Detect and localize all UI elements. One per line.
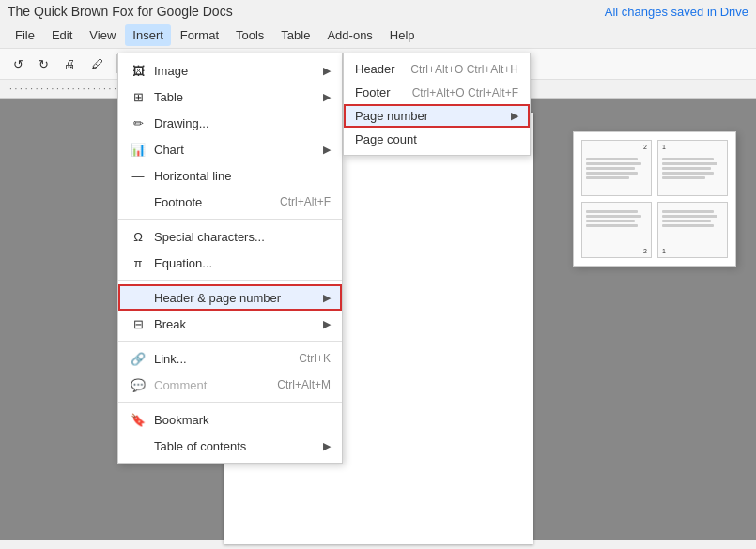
menu-bar: File Edit View Insert Format Tools Table… — [0, 23, 756, 49]
menu-addons[interactable]: Add-ons — [319, 24, 379, 46]
page-num-top-left: 1 — [662, 144, 666, 150]
menu-item-table-of-contents[interactable]: Table of contents ▶ — [118, 433, 342, 459]
footnote-shortcut: Ctrl+Alt+F — [280, 195, 331, 208]
menu-divider-1 — [118, 219, 342, 220]
mini-line-13 — [586, 220, 635, 222]
header-label: Header & page number — [154, 291, 281, 305]
menu-item-special-characters[interactable]: Ω Special characters... — [118, 223, 342, 250]
menu-table[interactable]: Table — [273, 24, 317, 46]
omega-icon: Ω — [130, 228, 147, 245]
page-number-arrow: ▶ — [511, 110, 518, 122]
ruler-marks: · · · · · · · · · · · · · · · · · · · · … — [9, 84, 132, 94]
image-icon: 🖼 — [130, 62, 147, 79]
header-submenu-item-page-number[interactable]: Page number ▶ — [344, 104, 530, 128]
menu-file[interactable]: File — [8, 24, 42, 46]
footer-shortcut: Ctrl+Alt+O Ctrl+Alt+F — [412, 86, 518, 99]
footnote-icon — [130, 193, 147, 210]
header-submenu-item-footer[interactable]: Footer Ctrl+Alt+O Ctrl+Alt+F — [344, 81, 530, 104]
chart-submenu-arrow: ▶ — [323, 144, 331, 156]
chart-label: Chart — [154, 143, 184, 157]
preview-top-left[interactable]: 1 — [657, 140, 728, 196]
menu-item-equation[interactable]: π Equation... — [118, 250, 342, 276]
pi-icon: π — [130, 254, 147, 271]
link-icon: 🔗 — [130, 350, 147, 367]
comment-icon: 💬 — [130, 376, 147, 393]
mini-line-11 — [586, 210, 638, 213]
mini-page-top-right: 2 — [582, 141, 651, 195]
page-num-bottom-right: 2 — [643, 248, 647, 254]
footnote-label: Footnote — [154, 195, 202, 209]
top-bar: The Quick Brown Fox for Google Docs All … — [0, 0, 756, 23]
mini-line-2 — [586, 162, 641, 165]
mini-line-3 — [586, 167, 635, 170]
page-num-top-right: 2 — [643, 144, 647, 150]
page-num-bottom-left: 1 — [662, 248, 666, 254]
break-submenu-arrow: ▶ — [323, 318, 331, 330]
mini-line-18 — [662, 224, 714, 227]
page-number-preview-panel: 2 1 2 — [573, 131, 736, 267]
menu-item-link[interactable]: 🔗 Link... Ctrl+K — [118, 345, 342, 372]
mini-line-12 — [586, 215, 641, 218]
mini-page-bottom-left: 1 — [658, 203, 727, 257]
header-item-label: Header — [355, 62, 403, 76]
chart-icon: 📊 — [130, 141, 147, 158]
mini-line-4 — [586, 172, 638, 175]
preview-bottom-left[interactable]: 1 — [657, 202, 728, 258]
header-shortcut: Ctrl+Alt+O Ctrl+Alt+H — [410, 63, 518, 76]
mini-page-bottom-right: 2 — [582, 203, 651, 257]
break-label: Break — [154, 317, 186, 331]
mini-line-14 — [586, 224, 638, 227]
menu-help[interactable]: Help — [382, 24, 423, 46]
mini-line-17 — [662, 220, 711, 222]
toc-icon — [130, 437, 147, 454]
menu-tools[interactable]: Tools — [228, 24, 271, 46]
mini-line-8 — [662, 167, 711, 170]
menu-divider-2 — [118, 280, 342, 281]
menu-edit[interactable]: Edit — [44, 24, 80, 46]
mini-line-5 — [586, 176, 629, 179]
link-label: Link... — [154, 352, 187, 366]
header-submenu-item-page-count[interactable]: Page count — [344, 128, 530, 151]
preview-bottom-right[interactable]: 2 — [581, 202, 652, 258]
menu-format[interactable]: Format — [173, 24, 226, 46]
undo-button[interactable]: ↺ — [8, 54, 29, 74]
menu-item-chart[interactable]: 📊 Chart ▶ — [118, 136, 342, 162]
mini-line-15 — [662, 210, 714, 213]
menu-item-header-page-number[interactable]: Header & page number ▶ — [118, 284, 342, 311]
redo-button[interactable]: ↻ — [33, 54, 54, 74]
header-icon — [130, 289, 147, 306]
header-submenu-item-header[interactable]: Header Ctrl+Alt+O Ctrl+Alt+H — [344, 57, 530, 81]
image-label: Image — [154, 64, 188, 78]
insert-menu: 🖼 Image ▶ ⊞ Table ▶ ✏ Drawing... 📊 Chart… — [117, 53, 343, 464]
mini-line-16 — [662, 215, 717, 218]
menu-divider-4 — [118, 402, 342, 403]
doc-title: The Quick Brown Fox for Google Docs — [8, 4, 233, 19]
menu-view[interactable]: View — [82, 24, 123, 46]
menu-item-break[interactable]: ⊟ Break ▶ — [118, 311, 342, 337]
mini-line-1 — [586, 158, 638, 160]
print-button[interactable]: 🖨 — [58, 54, 82, 74]
mini-line-6 — [662, 158, 714, 160]
mini-line-10 — [662, 176, 705, 179]
paint-format-button[interactable]: 🖊 — [85, 54, 109, 74]
table-label: Table — [154, 90, 183, 104]
menu-item-footnote[interactable]: Footnote Ctrl+Alt+F — [118, 189, 342, 215]
link-shortcut: Ctrl+K — [299, 352, 331, 365]
menu-divider-3 — [118, 341, 342, 342]
menu-item-horizontal-line[interactable]: — Horizontal line — [118, 162, 342, 189]
comment-label: Comment — [154, 378, 207, 392]
menu-item-bookmark[interactable]: 🔖 Bookmark — [118, 406, 342, 433]
menu-item-drawing[interactable]: ✏ Drawing... — [118, 110, 342, 136]
drawing-icon: ✏ — [130, 114, 147, 131]
table-icon: ⊞ — [130, 88, 147, 105]
hline-label: Horizontal line — [154, 169, 231, 183]
page-number-item-label: Page number — [355, 109, 503, 123]
menu-item-image[interactable]: 🖼 Image ▶ — [118, 57, 342, 84]
header-submenu: Header Ctrl+Alt+O Ctrl+Alt+H Footer Ctrl… — [343, 53, 531, 156]
equation-label: Equation... — [154, 256, 212, 270]
toc-label: Table of contents — [154, 439, 246, 453]
mini-page-top-left: 1 — [658, 141, 727, 195]
menu-insert[interactable]: Insert — [125, 24, 171, 46]
menu-item-table[interactable]: ⊞ Table ▶ — [118, 84, 342, 110]
preview-top-right[interactable]: 2 — [581, 140, 652, 196]
